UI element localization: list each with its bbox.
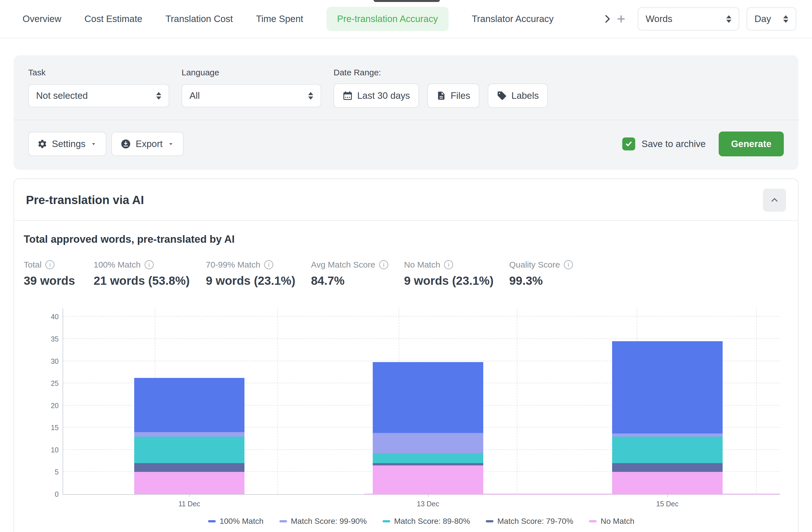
tab-pre-translation-accuracy[interactable]: Pre-translation Accuracy	[327, 7, 449, 31]
labels-filter-button[interactable]: Labels	[488, 84, 548, 108]
legend-swatch	[208, 520, 216, 522]
bar-segment	[134, 437, 244, 463]
select-arrows-icon	[156, 92, 161, 100]
select-arrows-icon	[783, 15, 788, 23]
stat-total-value: 39 words	[24, 274, 74, 288]
download-circle-icon	[120, 139, 131, 149]
legend-item[interactable]: Match Score: 89-80%	[382, 517, 470, 526]
info-icon[interactable]: i	[564, 260, 573, 269]
select-arrows-icon	[726, 15, 731, 23]
info-icon[interactable]: i	[444, 260, 453, 269]
y-axis-tick-label: 40	[51, 313, 59, 321]
card-title: Pre-translation via AI	[26, 193, 144, 207]
legend-label: Match Score: 99-90%	[291, 517, 367, 526]
x-axis-tick	[428, 494, 429, 497]
x-axis-date-label: 15 Dec	[656, 500, 678, 508]
legend-label: 100% Match	[220, 517, 264, 526]
language-label: Language	[182, 68, 321, 77]
legend-item[interactable]: Match Score: 79-70%	[486, 517, 573, 526]
v-gridline	[277, 308, 278, 494]
legend-swatch	[589, 520, 597, 522]
chart-plot-area: 051015202530354011 Dec13 Dec15 Dec	[62, 308, 780, 495]
export-button[interactable]: Export	[111, 132, 183, 156]
legend-swatch	[279, 520, 287, 522]
y-axis-tick-label: 20	[51, 401, 59, 409]
stat-no-match-value: 9 words (23.1%)	[404, 274, 490, 288]
tab-cost-estimate[interactable]: Cost Estimate	[85, 14, 142, 24]
tab-translation-cost[interactable]: Translation Cost	[165, 14, 233, 24]
period-select[interactable]: Day	[746, 7, 796, 30]
language-select-value: All	[189, 90, 200, 101]
bar-segment	[612, 341, 722, 434]
info-icon[interactable]: i	[264, 260, 273, 269]
metric-select-value: Words	[646, 14, 672, 24]
x-axis-date-label: 13 Dec	[417, 500, 439, 508]
settings-button-label: Settings	[52, 139, 85, 149]
bar-segment	[373, 362, 483, 433]
task-filter-group: Task Not selected	[28, 68, 169, 108]
panel-divider	[14, 120, 798, 120]
labels-button-label: Labels	[511, 90, 539, 101]
pre-translation-card: Pre-translation via AI Total approved wo…	[14, 178, 798, 532]
bar-segment	[612, 437, 722, 463]
files-filter-button[interactable]: Files	[427, 84, 479, 108]
language-select[interactable]: All	[182, 84, 321, 107]
legend-label: No Match	[600, 517, 634, 526]
add-tab-icon[interactable]: +	[617, 12, 625, 26]
v-gridline	[756, 308, 757, 494]
legend-label: Match Score: 89-80%	[394, 517, 470, 526]
section-title: Total approved words, pre-translated by …	[24, 234, 788, 245]
save-to-archive-checkbox[interactable]	[622, 138, 635, 151]
tooltip-remnant	[374, 0, 440, 2]
task-label: Task	[28, 68, 169, 77]
info-icon[interactable]: i	[145, 260, 154, 269]
check-icon	[624, 140, 633, 148]
legend-item[interactable]: No Match	[589, 517, 634, 526]
stat-100-match: 100% Matchi 21 words (53.8%)	[93, 260, 187, 288]
stacked-bar-chart: 051015202530354011 Dec13 Dec15 Dec 100% …	[30, 306, 784, 531]
bar-15-dec[interactable]	[612, 341, 722, 494]
legend-item[interactable]: Match Score: 99-90%	[279, 517, 367, 526]
v-gridline	[517, 308, 517, 494]
legend-label: Match Score: 79-70%	[497, 517, 573, 526]
stat-no-match: No Matchi 9 words (23.1%)	[404, 260, 490, 288]
legend-item[interactable]: 100% Match	[208, 517, 264, 526]
date-range-button[interactable]: Last 30 days	[334, 84, 419, 108]
collapse-card-button[interactable]	[763, 188, 786, 212]
task-select[interactable]: Not selected	[28, 84, 169, 107]
settings-button[interactable]: Settings	[28, 132, 106, 156]
generate-button[interactable]: Generate	[719, 131, 784, 156]
date-range-label: Date Range:	[334, 68, 548, 77]
date-range-button-label: Last 30 days	[357, 90, 410, 101]
bar-segment	[373, 453, 483, 463]
caret-down-icon	[167, 140, 175, 148]
tabs: Overview Cost Estimate Translation Cost …	[23, 7, 603, 31]
task-select-value: Not selected	[36, 90, 88, 101]
h-gridline	[63, 338, 780, 339]
stat-70-99-match: 70-99% Matchi 9 words (23.1%)	[206, 260, 292, 288]
report-tabbar: Overview Cost Estimate Translation Cost …	[0, 0, 812, 38]
info-icon[interactable]: i	[45, 260, 54, 269]
tab-overview[interactable]: Overview	[23, 14, 61, 24]
files-button-label: Files	[451, 90, 470, 101]
stat-avg-match-score: Avg Match Scorei 84.7%	[311, 260, 385, 288]
bar-segment	[134, 472, 244, 494]
bar-segment	[612, 472, 722, 494]
x-axis-tick	[667, 494, 668, 497]
metric-select[interactable]: Words	[638, 7, 739, 30]
caret-down-icon	[90, 140, 97, 148]
save-to-archive-label[interactable]: Save to archive	[641, 139, 706, 149]
chevron-up-icon	[769, 195, 780, 205]
tab-time-spent[interactable]: Time Spent	[256, 14, 303, 24]
bar-13-dec[interactable]	[373, 362, 483, 494]
tab-translator-accuracy[interactable]: Translator Accuracy	[472, 14, 553, 24]
legend-swatch	[486, 520, 493, 522]
bar-11-dec[interactable]	[134, 378, 244, 494]
x-axis-date-label: 11 Dec	[178, 500, 200, 508]
tabs-scroll-right-button[interactable]	[602, 13, 613, 25]
x-axis-tick	[189, 494, 190, 497]
file-icon	[436, 91, 446, 100]
info-icon[interactable]: i	[379, 260, 388, 269]
tag-icon	[497, 90, 507, 101]
export-button-label: Export	[135, 139, 162, 149]
